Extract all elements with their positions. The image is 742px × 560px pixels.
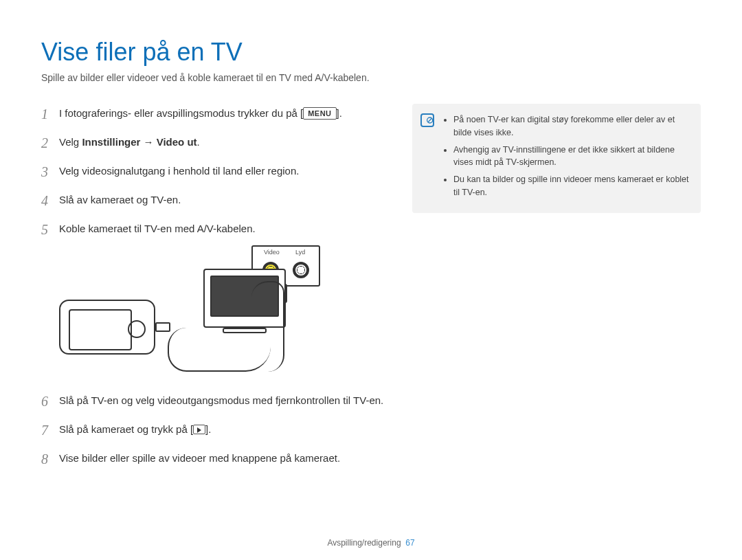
camera-av-plug-icon [155, 322, 170, 332]
playback-button-icon [193, 425, 205, 434]
footer-section: Avspilling/redigering [327, 538, 401, 548]
step-1-text-b: ]. [337, 107, 342, 119]
step-text: I fotograferings- eller avspillingsmodus… [59, 104, 385, 122]
step-number: 7 [41, 420, 59, 440]
content-columns: 1 I fotograferings- eller avspillingsmod… [41, 104, 701, 478]
step-number: 6 [41, 391, 59, 412]
audio-jack-icon [293, 262, 309, 278]
step-number: 5 [41, 219, 59, 240]
step-number: 2 [41, 133, 59, 153]
step-text: Koble kameraet til TV-en med A/V-kabelen… [59, 219, 385, 237]
step-4: 4 Slå av kameraet og TV-en. [41, 190, 385, 211]
audio-jack-label: Lyd [295, 249, 305, 256]
camera-icon [59, 300, 155, 355]
note-list: På noen TV-er kan digital støy forekomme… [444, 113, 690, 199]
step-1: 1 I fotograferings- eller avspillingsmod… [41, 104, 385, 124]
note-item: På noen TV-er kan digital støy forekomme… [453, 113, 690, 139]
step-6: 6 Slå på TV-en og velg videoutgangsmodus… [41, 391, 385, 412]
page-footer: Avspilling/redigering 67 [0, 538, 742, 548]
steps-column: 1 I fotograferings- eller avspillingsmod… [41, 104, 385, 478]
step-number: 8 [41, 449, 59, 469]
step-3: 3 Velg videosignalutgang i henhold til l… [41, 161, 385, 182]
step-number: 3 [41, 161, 59, 182]
step-text: Vise bilder eller spille av videoer med … [59, 449, 385, 467]
note-item: Avhengig av TV-innstillingene er det ikk… [453, 144, 690, 170]
step-text: Velg Innstillinger → Video ut. [59, 133, 385, 150]
step-number: 4 [41, 190, 59, 211]
video-jack-label: Video [264, 249, 280, 256]
step-text: Slå på kameraet og trykk på []. [59, 420, 385, 438]
page-number: 67 [405, 538, 414, 548]
step-7-text-a: Slå på kameraet og trykk på [ [59, 423, 193, 435]
step-text: Slå av kameraet og TV-en. [59, 190, 385, 208]
step-number: 1 [41, 104, 59, 124]
step-2: 2 Velg Innstillinger → Video ut. [41, 133, 385, 153]
step-text: Slå på TV-en og velg videoutgangsmodus m… [59, 391, 385, 409]
note-item: Du kan ta bilder og spille inn videoer m… [453, 173, 690, 199]
note-icon [420, 113, 434, 127]
step-2-bold: Innstillinger → Video ut [82, 136, 196, 148]
step-5: 5 Koble kameraet til TV-en med A/V-kabel… [41, 219, 385, 240]
page-title: Vise filer på en TV [41, 38, 701, 67]
step-text: Velg videosignalutgang i henhold til lan… [59, 161, 385, 179]
av-cable-icon [251, 281, 284, 372]
info-note-box: På noen TV-er kan digital støy forekomme… [412, 104, 701, 213]
step-7: 7 Slå på kameraet og trykk på []. [41, 420, 385, 440]
step-2-text-c: . [197, 136, 200, 148]
connection-diagram: Video Lyd [59, 248, 320, 379]
manual-page: Vise filer på en TV Spille av bilder ell… [0, 0, 742, 498]
menu-button-label: MENU [303, 107, 336, 120]
page-subtitle: Spille av bilder eller videoer ved å kob… [41, 72, 701, 83]
step-2-text-a: Velg [59, 136, 82, 148]
svg-line-1 [428, 118, 431, 122]
step-1-text-a: I fotograferings- eller avspillingsmodus… [59, 107, 303, 119]
step-7-text-b: ]. [205, 423, 211, 435]
step-8: 8 Vise bilder eller spille av videoer me… [41, 449, 385, 469]
notes-column: På noen TV-er kan digital støy forekomme… [412, 104, 701, 478]
